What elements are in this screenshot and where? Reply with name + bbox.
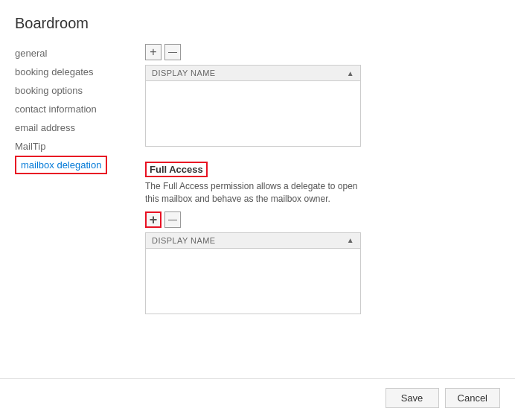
sidebar-item-mailbox-delegation[interactable]: mailbox delegation [15, 156, 107, 174]
page-title: Boardroom [0, 15, 515, 44]
save-button[interactable]: Save [386, 388, 439, 408]
sidebar-item-mailtip[interactable]: MailTip [15, 137, 130, 156]
page-container: Boardroom general booking delegates book… [0, 0, 515, 420]
section2-scroll-arrow[interactable]: ▲ [347, 236, 354, 244]
content-area: general booking delegates booking option… [0, 44, 515, 378]
section1-toolbar: + — [145, 44, 500, 60]
section2-label: Full Access [145, 162, 208, 177]
sidebar-item-booking-delegates[interactable]: booking delegates [15, 63, 130, 81]
sidebar-item-email-address[interactable]: email address [15, 118, 130, 137]
section2-list-box: DISPLAY NAME ▲ [145, 232, 361, 314]
section1-list-box: DISPLAY NAME ▲ [145, 65, 361, 147]
section1-scroll-arrow[interactable]: ▲ [347, 69, 354, 77]
sidebar-item-booking-options[interactable]: booking options [15, 81, 130, 100]
section2-list-header: DISPLAY NAME ▲ [146, 233, 360, 249]
section2-toolbar: + — [145, 211, 500, 228]
cancel-button[interactable]: Cancel [445, 388, 500, 408]
section1-add-button[interactable]: + [145, 44, 161, 60]
main-content: + — DISPLAY NAME ▲ Full Access The Full … [130, 44, 515, 378]
section2: Full Access The Full Access permission a… [145, 162, 500, 314]
section1-remove-button[interactable]: — [164, 44, 181, 60]
section1-list-header: DISPLAY NAME ▲ [146, 66, 360, 81]
footer: Save Cancel [0, 378, 515, 420]
sidebar-item-general[interactable]: general [15, 44, 130, 63]
section1-list-body [146, 81, 360, 142]
sidebar-item-contact-information[interactable]: contact information [15, 100, 130, 118]
section1: + — DISPLAY NAME ▲ [145, 44, 500, 147]
section2-list-body [146, 249, 360, 310]
section2-add-button[interactable]: + [145, 211, 161, 228]
sidebar: general booking delegates booking option… [0, 44, 130, 378]
section2-description: The Full Access permission allows a dele… [145, 180, 361, 206]
section2-remove-button[interactable]: — [164, 211, 181, 228]
